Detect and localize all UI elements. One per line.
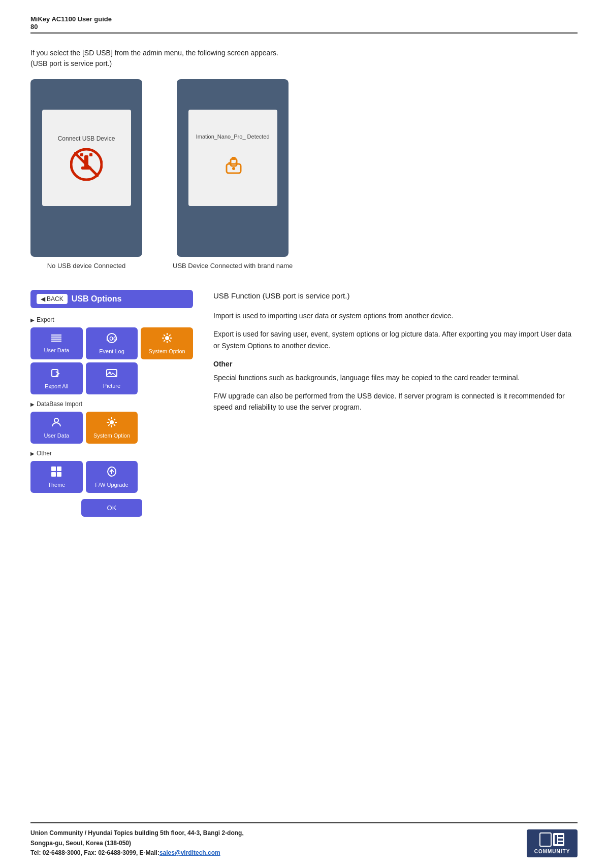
other-buttons-grid: Theme F/W Upgrade xyxy=(30,461,193,493)
desc-para1: Import is used to importing user data or… xyxy=(213,310,578,321)
svg-rect-24 xyxy=(51,466,56,471)
db-system-option-icon xyxy=(106,417,117,430)
svg-rect-31 xyxy=(555,835,557,844)
export-section-label: Export xyxy=(30,316,193,323)
svg-rect-26 xyxy=(51,472,56,477)
svg-rect-14 xyxy=(51,339,61,340)
svg-point-11 xyxy=(232,167,235,170)
screenshot-usb-connected: Imation_Nano_Pro_ Detected U xyxy=(173,79,293,270)
usb-detected-label: Imation_Nano_Pro_ Detected xyxy=(196,133,270,140)
theme-label: Theme xyxy=(48,482,65,488)
svg-rect-32 xyxy=(558,835,563,837)
svg-rect-33 xyxy=(558,839,563,841)
intro-line2: (USB port is service port.) xyxy=(30,58,578,69)
desc-para4: F/W upgrade can also be performed from t… xyxy=(213,390,578,413)
usb-connected-caption: USB Device Connected with brand name xyxy=(173,262,293,270)
back-label: BACK xyxy=(47,295,63,303)
db-user-data-label: User Data xyxy=(44,432,70,439)
svg-text:LOG: LOG xyxy=(106,336,117,342)
svg-rect-27 xyxy=(57,472,61,477)
screen-inner-usb-connected: Imation_Nano_Pro_ Detected xyxy=(188,110,277,206)
svg-point-22 xyxy=(54,418,58,422)
svg-rect-12 xyxy=(51,335,61,336)
svg-point-23 xyxy=(110,420,114,424)
back-chevron-icon: ◀ xyxy=(41,295,45,303)
svg-rect-13 xyxy=(51,337,61,338)
desc-title: USB Function (USB port is service port.) xyxy=(213,290,578,302)
export-buttons-grid: User Data LOG Event Log System Option xyxy=(30,327,193,394)
fw-upgrade-button[interactable]: F/W Upgrade xyxy=(86,461,138,493)
other-section-label: Other xyxy=(30,450,193,457)
intro-line1: If you select the [SD USB] from the admi… xyxy=(30,48,578,58)
page-number: 80 xyxy=(30,23,578,30)
usb-options-title: USB Options xyxy=(72,294,122,304)
svg-rect-34 xyxy=(558,842,563,844)
footer-logo-community-text: COMMUNITY xyxy=(534,849,570,854)
db-system-option-label: System Option xyxy=(93,432,130,439)
svg-point-18 xyxy=(165,336,169,340)
db-user-data-button[interactable]: User Data xyxy=(30,412,83,444)
svg-rect-25 xyxy=(57,466,61,471)
union-logo-icon xyxy=(539,832,565,847)
footer-line1: Union Community / Hyundai Topics buildin… xyxy=(30,828,244,838)
svg-rect-15 xyxy=(51,341,61,342)
system-option-export-label: System Option xyxy=(149,348,185,354)
user-data-button[interactable]: User Data xyxy=(30,327,83,359)
description-panel: USB Function (USB port is service port.)… xyxy=(213,290,578,517)
svg-rect-4 xyxy=(89,153,92,156)
picture-button[interactable]: Picture xyxy=(86,362,138,394)
page-footer: Union Community / Hyundai Topics buildin… xyxy=(30,822,578,858)
footer-line3: Tel: 02-6488-3000, Fax: 02-6488-3099, E-… xyxy=(30,848,244,858)
theme-button[interactable]: Theme xyxy=(30,461,83,493)
screen-inner-no-usb: Connect USB Device xyxy=(42,110,131,206)
footer-line2: Songpa-gu, Seoul, Korea (138-050) xyxy=(30,839,244,848)
event-log-button[interactable]: LOG Event Log xyxy=(86,327,138,359)
user-data-icon xyxy=(51,333,62,345)
back-button[interactable]: ◀ BACK xyxy=(37,294,68,304)
system-option-export-button[interactable]: System Option xyxy=(141,327,193,359)
database-buttons-grid: User Data System Option xyxy=(30,412,193,444)
device-screen-usb-connected: Imation_Nano_Pro_ Detected xyxy=(177,79,289,257)
svg-rect-8 xyxy=(232,157,236,160)
fw-upgrade-label: F/W Upgrade xyxy=(95,482,128,488)
other-subtitle: Other xyxy=(213,358,578,370)
page-header: MiKey AC1100 User guide 80 xyxy=(30,15,578,34)
event-log-icon: LOG xyxy=(106,332,117,346)
svg-rect-3 xyxy=(80,153,83,156)
ok-button[interactable]: OK xyxy=(81,499,142,517)
screenshot-no-usb: Connect USB Device xyxy=(30,79,142,270)
export-all-label: Export All xyxy=(45,383,68,389)
usb-options-panel: ◀ BACK USB Options Export User Data xyxy=(30,290,193,517)
picture-label: Picture xyxy=(103,383,120,389)
export-all-button[interactable]: Export All xyxy=(30,362,83,394)
footer-text: Union Community / Hyundai Topics buildin… xyxy=(30,828,244,858)
desc-para2: Export is used for saving user, event, s… xyxy=(213,328,578,351)
db-system-option-button[interactable]: System Option xyxy=(86,412,138,444)
doc-title: MiKey AC1100 User guide xyxy=(30,15,578,23)
event-log-label: Event Log xyxy=(99,348,124,354)
picture-icon xyxy=(106,368,117,381)
device-screen-no-usb: Connect USB Device xyxy=(30,79,142,257)
user-data-label: User Data xyxy=(44,347,70,353)
desc-para3: Special functions such as backgrounds, l… xyxy=(213,372,578,383)
no-usb-label: Connect USB Device xyxy=(58,135,115,142)
fw-upgrade-icon xyxy=(106,466,117,480)
db-user-data-icon xyxy=(51,417,62,430)
svg-rect-29 xyxy=(540,833,551,846)
intro-text: If you select the [SD USB] from the admi… xyxy=(30,48,578,69)
usb-drive-icon xyxy=(216,150,249,182)
svg-rect-19 xyxy=(52,370,58,377)
screenshots-row: Connect USB Device xyxy=(30,79,578,270)
database-section-label: DataBase Import xyxy=(30,400,193,408)
usb-options-header: ◀ BACK USB Options xyxy=(30,290,193,308)
no-usb-caption: No USB device Connected xyxy=(47,262,126,270)
no-usb-icon xyxy=(70,148,103,181)
footer-email-link[interactable]: sales@virditech.com xyxy=(159,849,220,856)
export-all-icon xyxy=(51,368,62,381)
footer-logo: COMMUNITY xyxy=(527,829,578,857)
theme-icon xyxy=(51,466,62,480)
system-option-export-icon xyxy=(162,332,173,346)
main-section: ◀ BACK USB Options Export User Data xyxy=(30,290,578,517)
